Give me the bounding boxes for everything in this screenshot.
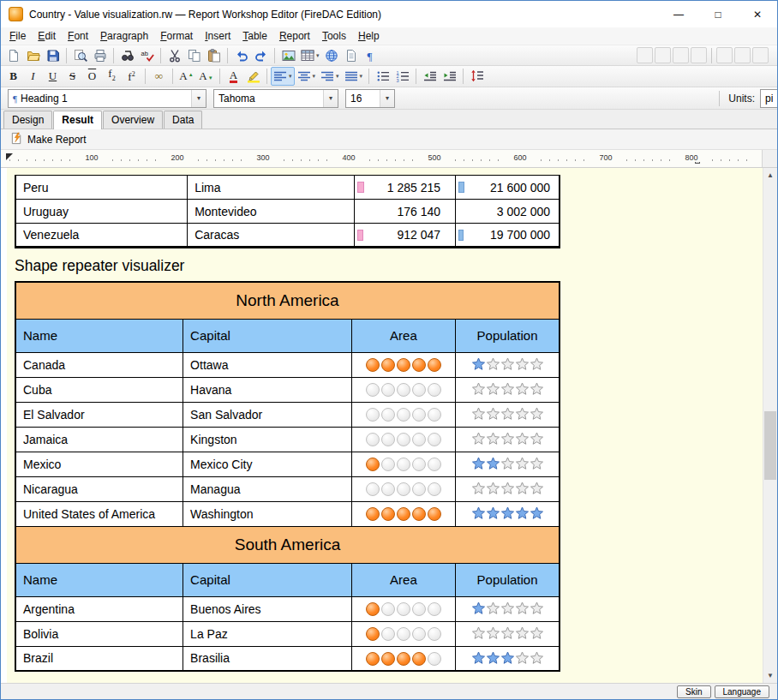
tab-overview[interactable]: Overview <box>103 111 163 129</box>
decrease-indent-button[interactable] <box>420 67 440 86</box>
overline-button[interactable]: O <box>82 67 102 86</box>
page-setup-button[interactable] <box>342 46 362 65</box>
disabled-toolbar-button <box>673 47 689 63</box>
print-preview-button[interactable] <box>90 46 110 65</box>
scroll-down-arrow-icon[interactable]: ▼ <box>763 668 777 683</box>
make-report-button[interactable]: Make Report <box>5 130 92 149</box>
column-header-row: NameCapitalAreaPopulation <box>15 319 560 352</box>
menu-item-format[interactable]: Format <box>154 28 199 44</box>
close-button[interactable]: ✕ <box>738 1 777 27</box>
grow-font-button[interactable]: A▲ <box>177 67 196 86</box>
toolbar-separator <box>463 69 464 84</box>
capital-cell: La Paz <box>183 621 352 646</box>
menu-item-table[interactable]: Table <box>236 28 273 44</box>
population-star-icon <box>471 482 486 496</box>
population-star-icon <box>500 357 515 372</box>
find-button[interactable] <box>117 46 137 65</box>
column-header-population: Population <box>456 563 560 596</box>
underline-button[interactable]: U <box>43 67 63 86</box>
chevron-down-icon[interactable]: ▾ <box>191 90 206 107</box>
population-shapes-cell <box>456 646 560 671</box>
minimize-button[interactable]: — <box>659 1 698 27</box>
vertical-scrollbar[interactable]: ▲ ▼ <box>763 168 777 683</box>
toolbar-separator <box>172 69 173 84</box>
superscript-button[interactable]: f2 <box>122 67 141 86</box>
bold-button[interactable]: B <box>3 67 23 86</box>
toolbar-formatting: BIUSOf2f2∞A▲A▼A▾▾▾▾123 <box>1 66 777 87</box>
cut-icon <box>168 49 182 63</box>
menu-item-paragraph[interactable]: Paragraph <box>94 28 154 44</box>
redo-button[interactable] <box>251 46 271 65</box>
menu-item-report[interactable]: Report <box>273 28 316 44</box>
increase-indent-button[interactable] <box>440 67 459 86</box>
style-combo[interactable]: ¶ Heading 1 ▾ <box>8 89 206 108</box>
chevron-down-icon[interactable]: ▾ <box>323 90 338 107</box>
font-color-button[interactable]: A <box>224 67 243 86</box>
capital-cell: Managua <box>183 476 352 501</box>
paste-button[interactable] <box>204 46 224 65</box>
language-button[interactable]: Language <box>715 685 770 698</box>
align-left-button[interactable]: ▾ <box>271 67 295 86</box>
undo-button[interactable] <box>231 46 251 65</box>
population-star-icon <box>500 506 515 521</box>
italic-button[interactable]: I <box>23 67 43 86</box>
save-button[interactable] <box>43 46 63 65</box>
copy-button[interactable] <box>184 46 204 65</box>
scroll-up-arrow-icon[interactable]: ▲ <box>763 168 777 182</box>
open-folder-button[interactable] <box>23 46 43 65</box>
units-combo[interactable]: pi ▾ <box>760 89 777 108</box>
chevron-down-icon[interactable]: ▾ <box>380 90 394 107</box>
cut-button[interactable] <box>165 46 184 65</box>
menu-item-file[interactable]: File <box>3 28 32 44</box>
area-circle-icon <box>366 627 380 641</box>
insert-image-button[interactable] <box>278 46 298 65</box>
formatting-marks-button[interactable]: ¶ <box>362 46 381 65</box>
population-shapes-cell <box>456 621 560 646</box>
highlight-button[interactable] <box>243 67 263 86</box>
capital-cell: Lima <box>188 176 355 200</box>
subscript-button[interactable]: f2 <box>102 67 122 86</box>
country-row: NicaraguaManagua <box>15 476 560 501</box>
shrink-font-button[interactable]: A▼ <box>196 67 216 86</box>
menu-item-tools[interactable]: Tools <box>316 28 352 44</box>
ruler-origin-marker[interactable] <box>6 153 13 160</box>
align-justify-button[interactable]: ▾ <box>342 67 366 86</box>
skin-button[interactable]: Skin <box>677 685 710 698</box>
area-circle-icon <box>412 482 426 496</box>
menu-item-help[interactable]: Help <box>352 28 386 44</box>
font-combo[interactable]: Tahoma ▾ <box>213 89 338 108</box>
line-spacing-button[interactable] <box>467 67 487 86</box>
column-header-area: Area <box>351 563 455 596</box>
app-icon <box>9 7 23 21</box>
spellcheck-button[interactable]: ab <box>137 46 157 65</box>
menu-item-edit[interactable]: Edit <box>32 28 62 44</box>
area-circle-icon <box>381 433 395 446</box>
menu-item-insert[interactable]: Insert <box>199 28 236 44</box>
maximize-button[interactable]: □ <box>698 1 738 27</box>
numbered-list-button[interactable]: 123 <box>392 67 412 86</box>
area-circle-icon <box>412 433 426 446</box>
insert-table-button[interactable]: ▾ <box>298 46 322 65</box>
area-circle-icon <box>397 358 410 372</box>
zoom-button[interactable] <box>70 46 90 65</box>
area-circle-icon <box>397 507 410 521</box>
font-size-combo[interactable]: 16 ▾ <box>345 89 395 108</box>
new-document-button[interactable] <box>3 46 23 65</box>
scrollbar-thumb[interactable] <box>764 411 776 480</box>
align-right-button[interactable]: ▾ <box>318 67 342 86</box>
population-star-icon <box>500 482 515 496</box>
align-center-button[interactable]: ▾ <box>295 67 319 86</box>
population-star-icon <box>500 457 515 471</box>
tab-design[interactable]: Design <box>3 111 52 129</box>
column-header-capital: Capital <box>183 319 352 352</box>
hyperlink-text-button[interactable]: ∞ <box>149 67 169 86</box>
tab-result[interactable]: Result <box>53 111 102 129</box>
tab-data[interactable]: Data <box>164 111 202 129</box>
hyperlink-button[interactable] <box>322 46 342 65</box>
menu-item-font[interactable]: Font <box>62 28 94 44</box>
bullet-list-button[interactable] <box>373 67 392 86</box>
make-report-icon <box>10 132 23 147</box>
strikethrough-button[interactable]: S <box>63 67 82 86</box>
population-star-icon <box>471 601 486 616</box>
ruler-ticks <box>9 159 755 161</box>
